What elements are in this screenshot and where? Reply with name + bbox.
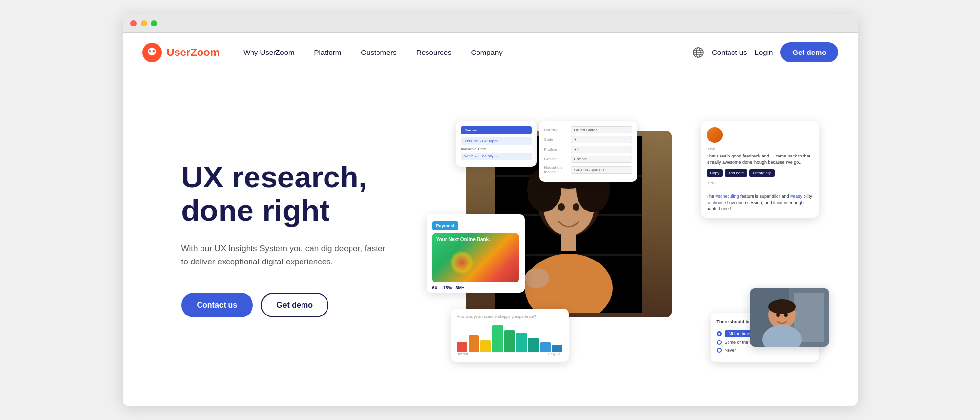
transcript-create-clip-btn[interactable]: Create clip	[749, 169, 775, 177]
radio-never	[717, 348, 722, 353]
hero-section: UX research, done right With our UX Insi…	[123, 72, 858, 406]
chart-scale-left: Difficult	[457, 352, 468, 356]
bar-7	[528, 338, 538, 352]
traffic-light-red[interactable]	[130, 20, 137, 26]
svg-point-21	[558, 203, 565, 211]
survey-option-never-label: Never	[725, 348, 736, 353]
person2-svg	[750, 288, 829, 347]
nav-platform[interactable]: Platform	[305, 44, 350, 60]
transcript-copy-btn[interactable]: Copy	[707, 169, 723, 177]
transcript-actions: Copy Add note Create clip	[707, 169, 813, 177]
filter-gender-select: Female	[571, 156, 632, 163]
svg-point-2	[149, 50, 151, 52]
heatmap-bank-label: Your Next Online Bank.	[436, 237, 515, 242]
filter-platform: Platform ▾ ▾	[544, 146, 632, 153]
nav-customers[interactable]: Customers	[352, 44, 405, 60]
chart-scale-right: Easy - 10	[548, 352, 563, 356]
hero-get-demo-button[interactable]: Get demo	[261, 293, 328, 317]
svg-point-32	[784, 313, 788, 317]
browser-chrome	[123, 14, 858, 33]
nav-company[interactable]: Company	[462, 44, 511, 60]
nav-why-userzoom[interactable]: Why UserZoom	[234, 44, 303, 60]
svg-point-25	[525, 268, 549, 288]
collage-container: Payment Your Next Online Bank. 6X -15% 3…	[427, 116, 819, 362]
hero-subtitle: With our UX Insights System you can dig …	[181, 242, 387, 268]
card-video2	[750, 288, 829, 347]
transcript-text1: That's really good feedback and I'll com…	[707, 153, 813, 165]
heatmap-title: Payment	[432, 221, 459, 230]
browser-window: UserZoom Why UserZoom Platform Customers…	[123, 14, 858, 406]
transcript-add-note-btn[interactable]: Add note	[725, 169, 747, 177]
bar-5	[504, 330, 515, 352]
nav-login-link[interactable]: Login	[755, 48, 773, 56]
transcript-time2: 01:02	[707, 181, 813, 185]
card-schedule: James 03:00pm - 04:00pm Available Time 0…	[456, 121, 537, 167]
chart-bars	[457, 323, 563, 352]
heatmap-visual: Your Next Online Bank.	[432, 233, 519, 282]
filter-state: State ▾	[544, 136, 632, 143]
filter-platform-select: ▾ ▾	[571, 146, 632, 153]
schedule-name: James	[461, 126, 532, 134]
svg-point-22	[573, 203, 579, 211]
hero-buttons: Contact us Get demo	[181, 293, 397, 317]
transcript-avatar	[707, 127, 723, 143]
nav-links: Why UserZoom Platform Customers Resource…	[234, 44, 692, 60]
schedule-available-label: Available Time	[461, 147, 532, 151]
svg-point-31	[776, 313, 780, 317]
hero-right: Payment Your Next Online Bank. 6X -15% 3…	[427, 116, 819, 362]
globe-icon[interactable]	[692, 47, 704, 58]
card-filters: Country United States State ▾ Platform ▾…	[539, 121, 637, 182]
traffic-light-green[interactable]	[151, 20, 157, 26]
bar-3	[480, 340, 491, 352]
nav-get-demo-button[interactable]: Get demo	[780, 42, 838, 62]
hero-contact-button[interactable]: Contact us	[181, 293, 253, 317]
hero-left: UX research, done right With our UX Insi…	[181, 160, 417, 318]
bar-6	[516, 333, 527, 352]
logo-area[interactable]: UserZoom	[142, 43, 220, 62]
heatmap-stat-1: 6X	[432, 285, 438, 290]
schedule-available-time: 04:15pm - 06:00pm	[461, 153, 532, 160]
bar-1	[457, 342, 467, 352]
survey-option-all-time-label: All the time	[725, 330, 754, 337]
heatmap-numbers: 6X -15% 3M+	[432, 285, 519, 290]
bar-4	[492, 325, 503, 352]
svg-rect-24	[561, 232, 576, 251]
radio-all-time	[717, 331, 722, 336]
hero-title: UX research, done right	[181, 160, 397, 227]
filter-income: Household Income $40,000 - $60,000	[544, 165, 632, 174]
schedule-time: 03:00pm - 04:00pm	[461, 137, 532, 145]
hero-title-line2: done right	[181, 193, 330, 227]
filter-country: Country United States	[544, 126, 632, 133]
svg-point-5	[153, 50, 154, 51]
card-chart: How was your recent e-shopping experienc…	[451, 309, 569, 362]
radio-some-time	[717, 340, 722, 345]
navbar: UserZoom Why UserZoom Platform Customers…	[123, 33, 858, 72]
heatmap-stat-3: 3M+	[456, 285, 465, 290]
bar-9	[552, 345, 562, 352]
svg-point-30	[768, 299, 796, 314]
heatmap-spot	[450, 250, 474, 275]
card-heatmap: Payment Your Next Online Bank. 6X -15% 3…	[427, 214, 525, 293]
logo-text: UserZoom	[167, 46, 220, 59]
filter-country-value: United States	[571, 126, 632, 133]
survey-option-never: Never	[717, 348, 813, 353]
chart-question: How was your recent e-shopping experienc…	[457, 315, 563, 319]
bar-8	[540, 342, 551, 352]
traffic-light-yellow[interactable]	[141, 20, 147, 26]
hero-title-line1: UX research,	[181, 160, 367, 194]
filter-state-select: ▾	[571, 136, 632, 143]
svg-point-3	[152, 50, 155, 52]
bar-2	[469, 335, 479, 352]
nav-right: Contact us Login Get demo	[692, 42, 838, 62]
transcript-text2: The #scheduling feature is super slick a…	[707, 189, 813, 212]
userzoom-logo-icon	[142, 43, 162, 62]
transcript-time1: 00:49	[707, 147, 813, 151]
svg-point-4	[150, 50, 151, 51]
heatmap-stat-2: -15%	[442, 285, 452, 290]
nav-resources[interactable]: Resources	[407, 44, 460, 60]
card-transcript: 00:49 That's really good feedback and I'…	[701, 121, 819, 218]
nav-contact-link[interactable]: Contact us	[712, 48, 747, 56]
chart-scale-labels: Difficult Easy - 10	[457, 352, 563, 356]
filter-income-value: $40,000 - $60,000	[571, 166, 632, 174]
filter-gender: Gender Female	[544, 156, 632, 163]
